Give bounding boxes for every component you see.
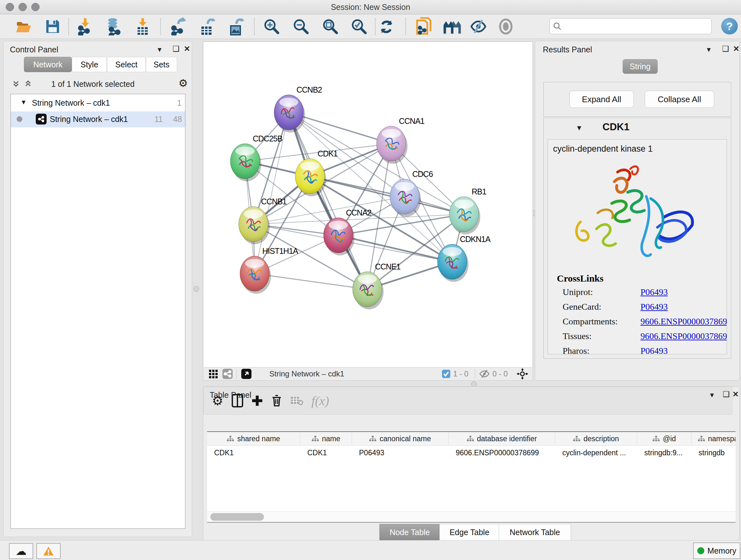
network-options-gear-icon[interactable]: ⚙ bbox=[179, 77, 188, 89]
tab-network-table[interactable]: Network Table bbox=[499, 524, 571, 541]
crosslink-link[interactable]: P06493 bbox=[641, 302, 668, 312]
grid-view-icon[interactable] bbox=[208, 369, 218, 379]
tab-style[interactable]: Style bbox=[72, 57, 107, 72]
column-header-namespace[interactable]: namespace bbox=[691, 432, 736, 445]
table-cell[interactable]: cyclin-dependent ... bbox=[555, 449, 637, 457]
hidden-eye-icon[interactable] bbox=[479, 369, 490, 378]
network-node[interactable]: RB1 bbox=[449, 187, 486, 234]
panel-float-icon[interactable]: ❑ bbox=[173, 45, 180, 53]
network-canvas[interactable]: CCNB2CCNA1CDC25BCDK1CDC6RB1CCNB1CCNA2CDK… bbox=[203, 42, 533, 368]
crosslink-link[interactable]: P06493 bbox=[641, 287, 668, 297]
table-cell[interactable]: stringdb:9... bbox=[637, 449, 691, 457]
table-cell[interactable]: stringdb bbox=[691, 449, 736, 457]
selected-counts: 1 - 0 bbox=[453, 369, 468, 378]
panel-menu-icon[interactable]: ▾ bbox=[710, 391, 714, 399]
panel-close-icon[interactable]: ✕ bbox=[733, 45, 739, 53]
table-cell[interactable]: 9606.ENSP00000378699 bbox=[449, 449, 555, 457]
column-header-description[interactable]: description bbox=[555, 432, 637, 445]
network-node[interactable]: CCNA1 bbox=[377, 117, 424, 164]
birds-eye-view-icon[interactable] bbox=[517, 368, 528, 380]
table-cell[interactable]: CDK1 bbox=[300, 449, 352, 457]
selected-checkbox-icon[interactable] bbox=[442, 369, 451, 378]
column-header-canonical-name[interactable]: canonical name bbox=[352, 432, 449, 445]
crosslink-link[interactable]: P06493 bbox=[641, 346, 668, 354]
tab-node-table[interactable]: Node Table bbox=[380, 524, 440, 541]
memory-button[interactable]: Memory bbox=[693, 543, 740, 559]
table-cell[interactable]: CDK1 bbox=[207, 449, 300, 457]
collapse-all-button[interactable]: Collapse All bbox=[645, 91, 714, 108]
panel-close-icon[interactable]: ✕ bbox=[184, 45, 190, 53]
show-all-icon[interactable] bbox=[496, 17, 515, 36]
main-toolbar: ? bbox=[0, 14, 741, 39]
crosslink-link[interactable]: 9606.ENSP00000378699 bbox=[641, 316, 727, 327]
string-app-icon bbox=[36, 114, 47, 125]
warnings-button[interactable] bbox=[37, 543, 61, 559]
node-label: CCNE1 bbox=[375, 262, 401, 271]
network-collection-row[interactable]: ▼ String Network – cdk1 1 bbox=[11, 97, 185, 110]
apply-style-refresh-icon[interactable] bbox=[377, 17, 396, 36]
export-image-icon[interactable] bbox=[226, 17, 245, 36]
tab-select[interactable]: Select bbox=[107, 57, 146, 72]
section-expander-icon[interactable]: ▼ bbox=[576, 124, 583, 132]
collapse-all-icon[interactable] bbox=[11, 79, 21, 90]
import-table-file-icon[interactable] bbox=[133, 17, 152, 36]
table-row[interactable]: CDK1CDK1P064939606.ENSP00000378699cyclin… bbox=[207, 446, 736, 460]
delete-column-icon[interactable] bbox=[271, 394, 282, 407]
zoom-fit-icon[interactable] bbox=[321, 17, 340, 36]
clone-network-icon[interactable] bbox=[415, 17, 433, 36]
crosslink-link[interactable]: 9606.ENSP00000378699 bbox=[641, 331, 727, 341]
zoom-selected-icon[interactable] bbox=[350, 17, 368, 36]
column-header-shared-name[interactable]: shared name bbox=[207, 432, 300, 445]
detach-view-icon[interactable] bbox=[241, 369, 252, 379]
network-node[interactable]: CDKN1A bbox=[437, 235, 491, 282]
network-tree: ▼ String Network – cdk1 1 String Network… bbox=[10, 94, 185, 529]
zoom-out-icon[interactable] bbox=[292, 17, 310, 36]
zoom-in-icon[interactable] bbox=[262, 17, 281, 36]
expand-all-icon[interactable] bbox=[23, 79, 33, 90]
column-header-database-identifier[interactable]: database identifier bbox=[449, 432, 555, 445]
save-session-icon[interactable] bbox=[44, 17, 62, 36]
help-icon[interactable]: ? bbox=[721, 18, 738, 35]
network-graph[interactable]: CCNB2CCNA1CDC25BCDK1CDC6RB1CCNB1CCNA2CDK… bbox=[203, 42, 533, 368]
panel-float-icon[interactable]: ❑ bbox=[723, 390, 730, 398]
hide-selected-icon[interactable] bbox=[469, 17, 488, 36]
tab-sets[interactable]: Sets bbox=[146, 57, 177, 72]
first-neighbors-icon[interactable] bbox=[443, 17, 461, 36]
panel-close-icon[interactable]: ✕ bbox=[732, 390, 739, 398]
search-input[interactable] bbox=[564, 21, 708, 31]
import-network-database-icon[interactable] bbox=[105, 17, 123, 36]
network-node[interactable]: CCNE1 bbox=[353, 262, 401, 309]
panel-float-icon[interactable]: ❑ bbox=[722, 45, 729, 53]
tab-edge-table[interactable]: Edge Table bbox=[440, 524, 499, 541]
export-table-icon[interactable] bbox=[198, 17, 216, 36]
toolbar-separator bbox=[160, 18, 161, 35]
scrollbar-thumb[interactable] bbox=[210, 513, 264, 521]
function-builder-icon[interactable]: f(x) bbox=[312, 393, 329, 408]
search-box[interactable] bbox=[549, 18, 712, 34]
network-node[interactable]: CCNB2 bbox=[274, 85, 322, 132]
network-row-selected[interactable]: String Network – cdk1 11 48 bbox=[11, 111, 185, 127]
vertical-splitter-handle-left[interactable] bbox=[193, 286, 199, 292]
tab-network[interactable]: Network bbox=[24, 57, 72, 72]
export-network-icon[interactable] bbox=[169, 17, 188, 36]
network-share-view-icon[interactable] bbox=[222, 369, 232, 379]
create-column-icon[interactable] bbox=[252, 395, 263, 407]
column-header--id[interactable]: @id bbox=[637, 432, 691, 445]
collection-expander-icon[interactable]: ▼ bbox=[20, 99, 27, 106]
expand-all-button[interactable]: Expand All bbox=[569, 91, 634, 108]
network-node[interactable]: HIST1H1A bbox=[240, 246, 298, 294]
protein-structure-image[interactable] bbox=[567, 162, 708, 267]
panel-menu-icon[interactable]: ▾ bbox=[158, 46, 161, 53]
horizontal-scrollbar[interactable] bbox=[207, 511, 736, 522]
panel-menu-icon[interactable]: ▾ bbox=[707, 46, 711, 53]
open-session-icon[interactable] bbox=[15, 17, 33, 36]
tab-string[interactable]: String bbox=[623, 59, 658, 74]
network-node[interactable]: CDC6 bbox=[390, 170, 433, 217]
network-node[interactable]: CCNB1 bbox=[239, 197, 286, 244]
cloud-button[interactable]: ☁ bbox=[9, 543, 33, 559]
delete-table-icon[interactable] bbox=[290, 395, 303, 406]
import-network-file-icon[interactable] bbox=[76, 17, 94, 36]
table-cell[interactable]: P06493 bbox=[352, 449, 449, 457]
table-panel-title: Table Panel bbox=[210, 390, 252, 400]
column-header-name[interactable]: name bbox=[300, 432, 352, 445]
